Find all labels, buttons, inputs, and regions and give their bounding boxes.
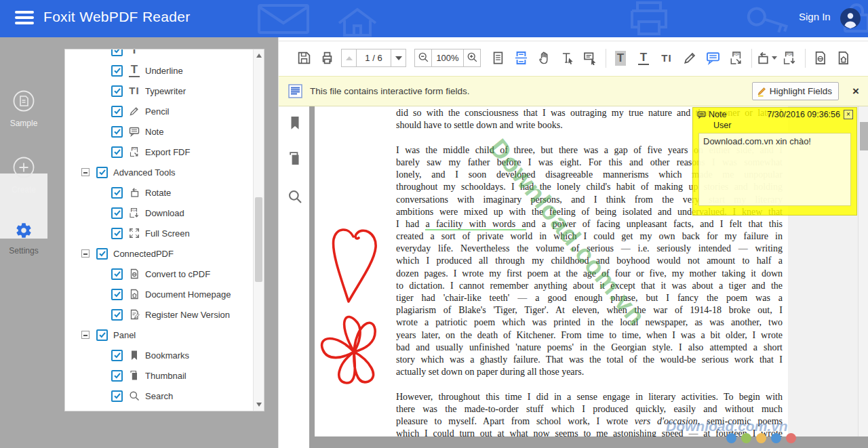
note-button[interactable] <box>704 49 722 67</box>
scroll-down-arrow-icon[interactable] <box>256 403 262 407</box>
tree-item-label: Advanced Tools <box>113 167 176 178</box>
user-avatar-icon[interactable] <box>840 7 861 29</box>
pencil-button[interactable] <box>681 49 698 67</box>
checkbox[interactable] <box>96 167 108 178</box>
svg-text:PDF: PDF <box>132 209 136 212</box>
notification-close-icon[interactable]: × <box>850 85 862 97</box>
checkbox[interactable] <box>111 350 123 361</box>
settings-tree-item-advanced-tools[interactable]: Advanced Tools <box>65 162 252 182</box>
home-watermark-icon <box>335 5 380 37</box>
checkbox[interactable] <box>96 329 108 341</box>
sidebar-item-create[interactable]: Create <box>0 157 47 195</box>
checkbox[interactable] <box>111 309 123 321</box>
checkbox[interactable] <box>111 146 123 158</box>
svg-text:PDF: PDF <box>786 53 792 56</box>
note-content[interactable]: Download.com.vn xin chào! <box>698 133 851 206</box>
thumbnail-panel-icon[interactable] <box>288 151 302 167</box>
tree-item-label: Search <box>145 391 173 401</box>
settings-tree-item-typewriter[interactable]: TITypewriter <box>65 81 252 101</box>
select-text-button[interactable] <box>558 49 576 67</box>
highlight-fields-button[interactable]: Highlight Fields <box>752 82 839 100</box>
panel-scrollbar[interactable] <box>253 49 264 411</box>
viewer-scrollbar-thumb[interactable] <box>860 122 868 150</box>
note-icon <box>128 125 140 138</box>
zoom-out-button[interactable] <box>415 49 432 66</box>
zoom-in-button[interactable] <box>463 49 480 66</box>
pencil-drawing-heart <box>334 230 376 302</box>
search-panel-icon[interactable] <box>288 189 302 205</box>
viewer-scrollbar[interactable] <box>858 106 868 448</box>
checkbox[interactable] <box>111 49 123 56</box>
settings-tree-item[interactable]: T <box>65 49 252 60</box>
pencil-ink-annotations[interactable] <box>315 222 396 391</box>
checkbox[interactable] <box>96 248 108 260</box>
select-annotation-button[interactable] <box>581 49 599 67</box>
checkbox[interactable] <box>111 390 123 402</box>
checkbox[interactable] <box>111 126 123 138</box>
scroll-up-arrow-icon[interactable] <box>256 54 262 58</box>
typewriter-button[interactable]: TI <box>658 49 675 67</box>
checkbox[interactable] <box>111 65 123 77</box>
settings-tree-item-panel[interactable]: Panel <box>65 325 252 345</box>
sticky-note-popup[interactable]: Note 7/30/2016 09:36:56 × User Download.… <box>692 107 857 216</box>
rotate-button[interactable] <box>757 49 775 67</box>
document-viewport: writer. Between the ages of about sevent… <box>279 106 868 448</box>
download-pdf-button[interactable]: PDF <box>781 49 798 67</box>
sign-in-link[interactable]: Sign In <box>799 11 831 22</box>
note-close-icon[interactable]: × <box>844 110 853 119</box>
tree-item-label: ConnectedPDF <box>113 249 174 259</box>
zoom-level-display[interactable]: 100% <box>432 49 463 66</box>
panel-divider[interactable] <box>309 106 315 448</box>
sidebar-item-settings[interactable]: Settings <box>0 222 47 256</box>
settings-tree-item-bookmarks[interactable]: Bookmarks <box>65 345 252 365</box>
checkbox[interactable] <box>111 268 123 280</box>
single-page-button[interactable] <box>489 49 507 67</box>
settings-tree-item-note[interactable]: Note <box>65 121 252 142</box>
collapse-expander-icon[interactable] <box>81 168 90 176</box>
bookmark-icon <box>128 349 140 361</box>
convert-cpdf-button[interactable] <box>811 49 829 67</box>
continuous-view-button[interactable] <box>512 49 530 67</box>
settings-tree-item-download[interactable]: PDFDownload <box>65 203 252 223</box>
checkbox[interactable] <box>111 207 123 219</box>
checkbox[interactable] <box>111 85 123 97</box>
highlight-pencil-icon <box>757 86 768 97</box>
hand-button[interactable] <box>535 49 553 67</box>
settings-tree-item-underline[interactable]: TUnderline <box>65 60 252 81</box>
document-text-line: there was the made-to-order stuff which … <box>396 403 783 415</box>
previous-page-button[interactable] <box>342 49 357 66</box>
export-fdf-button[interactable]: FDF <box>727 49 745 67</box>
select-text-icon <box>560 51 574 65</box>
checkbox[interactable] <box>111 289 123 300</box>
settings-tree-item-pencil[interactable]: Pencil <box>65 101 252 121</box>
settings-tree-item-thumbnail[interactable]: Thumbnail <box>65 365 252 386</box>
settings-tree-item-search[interactable]: Search <box>65 386 252 406</box>
next-page-button[interactable] <box>391 49 406 66</box>
underline-icon: T <box>638 52 649 65</box>
settings-tree-item-convert-to-cpdf[interactable]: Convert to cPDF <box>65 264 252 284</box>
collapse-expander-icon[interactable] <box>81 331 90 339</box>
settings-tree-item-connectedpdf[interactable]: ConnectedPDF <box>65 243 252 264</box>
underline-button[interactable]: T <box>635 49 652 67</box>
highlight-button[interactable]: T <box>612 49 629 67</box>
collapse-expander-icon[interactable] <box>81 249 90 258</box>
settings-tree-item-register-new-version[interactable]: Register New Version <box>65 304 252 325</box>
print-button[interactable] <box>318 49 336 67</box>
settings-tree-item-export-fdf[interactable]: FDFExport FDF <box>65 142 252 162</box>
settings-tree-item-document-homepage[interactable]: Document Homepage <box>65 284 252 304</box>
checkbox[interactable] <box>111 187 123 199</box>
sidebar-item-sample[interactable]: Sample <box>0 90 47 128</box>
menu-hamburger-icon[interactable] <box>15 11 34 26</box>
page-number-display[interactable]: 1 / 6 <box>357 49 391 66</box>
bookmarks-panel-icon[interactable] <box>288 115 302 131</box>
checkbox[interactable] <box>111 370 123 382</box>
checkbox[interactable] <box>111 106 123 117</box>
settings-tree-item-rotate[interactable]: Rotate <box>65 182 252 203</box>
checkbox[interactable] <box>111 228 123 239</box>
document-homepage-button[interactable] <box>834 49 852 67</box>
settings-tree-item-full-screen[interactable]: Full Screen <box>65 223 252 243</box>
tree-item-label: Pencil <box>145 106 169 117</box>
panel-scrollbar-thumb[interactable] <box>255 197 262 282</box>
underline-annotation[interactable]: a facility with words a <box>425 219 526 230</box>
save-button[interactable] <box>295 49 313 67</box>
